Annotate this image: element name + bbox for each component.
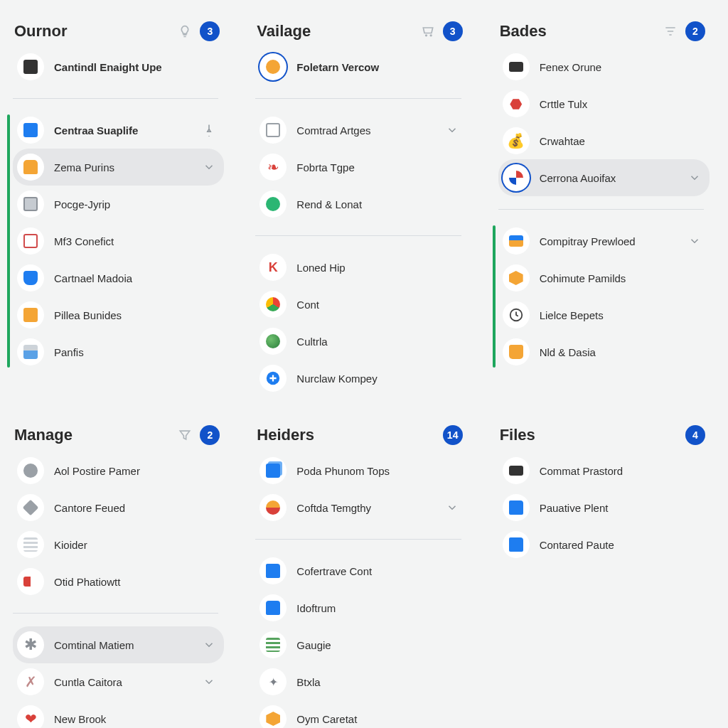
count-badge: 2: [685, 21, 705, 41]
item-label: New Brook: [54, 713, 217, 725]
list-item[interactable]: Cofertrave Cont: [255, 552, 466, 589]
item-label: Centraa Suaplife: [54, 124, 191, 136]
chevron-down-icon[interactable]: [444, 124, 460, 136]
chevron-down-icon[interactable]: [201, 638, 217, 651]
list-item[interactable]: Cantindl Enaight Upe: [13, 48, 224, 85]
item-label: Gaugie: [296, 639, 459, 651]
list-item[interactable]: Oym Caretat: [255, 700, 466, 728]
list-item[interactable]: Aol Postire Pamer: [13, 452, 224, 489]
item-label: Fobrta Tgpe: [296, 161, 459, 173]
pin-icon[interactable]: [201, 124, 217, 136]
notes-icon: [17, 531, 44, 558]
k-icon: K: [259, 254, 287, 281]
bottle-icon: [17, 264, 44, 291]
item-label: Kioider: [54, 539, 217, 551]
item-label: Rend & Lonat: [296, 198, 459, 210]
chevron-down-icon[interactable]: [201, 675, 217, 688]
bulb-icon[interactable]: [177, 23, 193, 39]
count-badge: 3: [200, 21, 220, 41]
item-label: Cofertrave Cont: [296, 565, 459, 577]
item-label: Cantindl Enaight Upe: [54, 61, 217, 73]
tile-icon: [17, 301, 44, 328]
list-item[interactable]: ❧ Fobrta Tgpe: [255, 149, 466, 186]
list-item[interactable]: Otid Phatiowtt: [13, 563, 224, 600]
count-badge: 14: [443, 425, 463, 445]
list-item[interactable]: Pillea Bunides: [13, 296, 224, 333]
list-item[interactable]: Cerrona Auoifax: [498, 159, 710, 196]
item-label: Foletarn Vercow: [296, 61, 459, 73]
filter-icon[interactable]: [663, 23, 678, 39]
item-label: Commat Prastord: [540, 465, 702, 477]
list-item[interactable]: Cantore Feued: [13, 489, 224, 526]
list-item[interactable]: Zema Purins: [13, 149, 224, 186]
item-label: Panfis: [54, 346, 217, 358]
chevron-down-icon[interactable]: [201, 161, 217, 173]
item-label: Loned Hip: [296, 262, 459, 274]
list-item[interactable]: Lielce Bepets: [498, 296, 710, 333]
heart-icon: ❤: [17, 705, 44, 728]
scatter-icon: ✦: [259, 668, 287, 695]
list-item[interactable]: Pauative Plent: [498, 489, 710, 526]
shield-icon: ⬣: [503, 90, 530, 117]
divider: [255, 539, 461, 540]
panel-header-actions: 2: [177, 425, 220, 445]
folder-icon: [503, 494, 530, 521]
group: K Loned Hip Cont Cultrla Nurclaw Kompey: [250, 249, 466, 397]
list-item[interactable]: Panfis: [13, 333, 224, 370]
group: Fenex Orune ⬣ Crttle Tulx 💰 Crwahtae Cer…: [493, 48, 710, 196]
filter-icon[interactable]: [177, 427, 193, 443]
list-item[interactable]: Coftda Temgthy: [255, 489, 466, 526]
list-item[interactable]: ⬣ Crttle Tulx: [498, 85, 710, 122]
chevron-down-icon[interactable]: [687, 171, 702, 184]
list-item[interactable]: Kioider: [13, 526, 224, 563]
item-label: Mf3 Conefict: [54, 235, 217, 247]
list-item[interactable]: Centraa Suaplife: [13, 112, 224, 149]
chrome-icon: [259, 291, 287, 318]
list-item[interactable]: Idoftrum: [255, 589, 466, 626]
chevron-down-icon[interactable]: [687, 235, 702, 247]
list-item[interactable]: Poda Phunom Tops: [255, 452, 466, 489]
item-label: Otid Phatiowtt: [54, 576, 217, 588]
item-label: Crwahtae: [540, 135, 702, 147]
list-item[interactable]: Foletarn Vercow: [255, 48, 466, 85]
window-icon: [17, 228, 44, 255]
divider: [13, 98, 218, 99]
list-item[interactable]: Commat Prastord: [498, 452, 710, 489]
item-label: Cantore Feued: [54, 502, 217, 514]
list-item[interactable]: Fenex Orune: [498, 48, 710, 85]
panel-title: Ournor: [14, 22, 68, 41]
list-item[interactable]: Cohimute Pamilds: [498, 259, 710, 296]
list-item[interactable]: Cartnael Madoia: [13, 259, 224, 296]
briefcase-icon: [503, 338, 530, 365]
panel-title: Files: [500, 426, 535, 444]
list-item[interactable]: Nurclaw Kompey: [255, 360, 466, 397]
target-icon: [503, 164, 530, 191]
list-item[interactable]: Comtrad Artges: [255, 112, 466, 149]
list-item[interactable]: Nld & Dasia: [498, 333, 710, 370]
clock-icon: [503, 301, 530, 328]
list-item[interactable]: ✗ Cuntla Caitora: [13, 663, 224, 700]
chevron-down-icon[interactable]: [444, 501, 460, 514]
list-item[interactable]: Cultrla: [255, 323, 466, 360]
item-label: Lielce Bepets: [540, 309, 702, 321]
panel-groups: Poda Phunom Tops Coftda Temgthy Cofertra…: [250, 452, 466, 728]
item-label: Contared Paute: [540, 539, 702, 551]
list-item[interactable]: Mf3 Conefict: [13, 223, 224, 259]
list-item[interactable]: Cont: [255, 286, 466, 323]
list-item[interactable]: ✱ Comtinal Matiem: [13, 626, 224, 663]
list-item[interactable]: Compitray Prewloed: [498, 223, 710, 259]
list-item[interactable]: ✦ Btxla: [255, 663, 466, 700]
list-item[interactable]: K Loned Hip: [255, 249, 466, 286]
list-item[interactable]: 💰 Crwahtae: [498, 122, 710, 159]
divider: [255, 98, 461, 99]
list-item[interactable]: Contared Paute: [498, 526, 710, 563]
list-item[interactable]: Gaugie: [255, 626, 466, 663]
panel-manage: Manage 2 Aol Postire Pamer Cantore Feued…: [7, 425, 224, 728]
list-item[interactable]: Pocge-Jyrip: [13, 186, 224, 223]
panel-bades: Bades 2 Fenex Orune ⬣ Crttle Tulx 💰 Crwa…: [493, 21, 710, 397]
divider: [255, 235, 461, 236]
cart-icon[interactable]: [420, 23, 436, 39]
list-item[interactable]: ❤ New Brook: [13, 700, 224, 728]
list-item[interactable]: Rend & Lonat: [255, 186, 466, 223]
plus-icon: [259, 365, 287, 392]
